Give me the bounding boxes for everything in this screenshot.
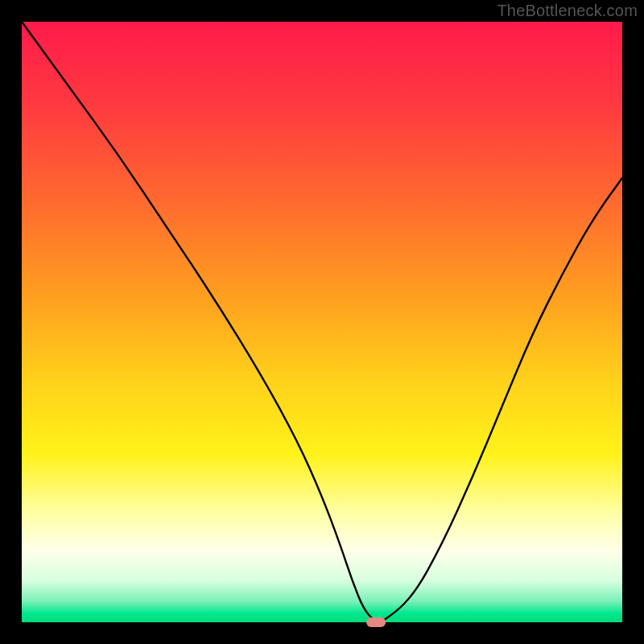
watermark-text: TheBottleneck.com [497,2,638,20]
bottleneck-chart [0,0,644,644]
chart-container: TheBottleneck.com [0,0,644,644]
optimal-marker [366,617,386,627]
plot-background [22,22,622,622]
